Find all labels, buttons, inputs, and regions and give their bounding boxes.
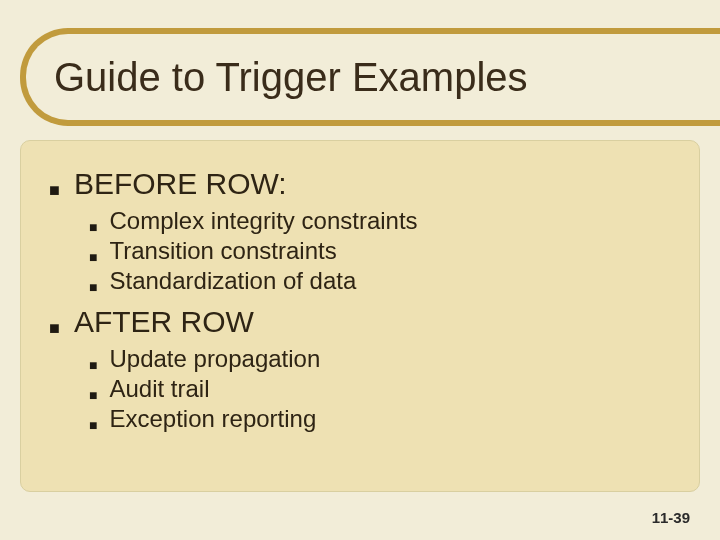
section-after-row: ■ AFTER ROW ■ Update propagation ■ Audit… xyxy=(49,305,671,433)
slide-title: Guide to Trigger Examples xyxy=(54,55,528,100)
square-bullet-icon: ■ xyxy=(49,181,60,199)
list-item-text: Audit trail xyxy=(109,375,209,403)
slide: Guide to Trigger Examples ■ BEFORE ROW: … xyxy=(0,0,720,540)
list-item-text: Transition constraints xyxy=(109,237,336,265)
section-items: ■ Update propagation ■ Audit trail ■ Exc… xyxy=(89,345,671,433)
list-item: ■ Exception reporting xyxy=(89,405,671,433)
page-number: 11-39 xyxy=(652,509,690,526)
square-bullet-icon: ■ xyxy=(89,280,97,294)
list-item: ■ Complex integrity constraints xyxy=(89,207,671,235)
list-item: ■ Update propagation xyxy=(89,345,671,373)
section-before-row: ■ BEFORE ROW: ■ Complex integrity constr… xyxy=(49,167,671,295)
section-heading: ■ AFTER ROW xyxy=(49,305,671,339)
list-item-text: Complex integrity constraints xyxy=(109,207,417,235)
section-heading-text: BEFORE ROW: xyxy=(74,167,287,201)
section-heading-text: AFTER ROW xyxy=(74,305,254,339)
list-item-text: Exception reporting xyxy=(109,405,316,433)
square-bullet-icon: ■ xyxy=(89,418,97,432)
square-bullet-icon: ■ xyxy=(89,358,97,372)
section-heading: ■ BEFORE ROW: xyxy=(49,167,671,201)
square-bullet-icon: ■ xyxy=(89,250,97,264)
section-items: ■ Complex integrity constraints ■ Transi… xyxy=(89,207,671,295)
title-inner: Guide to Trigger Examples xyxy=(26,34,720,120)
title-bar: Guide to Trigger Examples xyxy=(20,28,720,126)
square-bullet-icon: ■ xyxy=(89,220,97,234)
content-panel: ■ BEFORE ROW: ■ Complex integrity constr… xyxy=(20,140,700,492)
list-item: ■ Audit trail xyxy=(89,375,671,403)
square-bullet-icon: ■ xyxy=(89,388,97,402)
list-item-text: Update propagation xyxy=(109,345,320,373)
square-bullet-icon: ■ xyxy=(49,319,60,337)
list-item-text: Standardization of data xyxy=(109,267,356,295)
list-item: ■ Standardization of data xyxy=(89,267,671,295)
list-item: ■ Transition constraints xyxy=(89,237,671,265)
